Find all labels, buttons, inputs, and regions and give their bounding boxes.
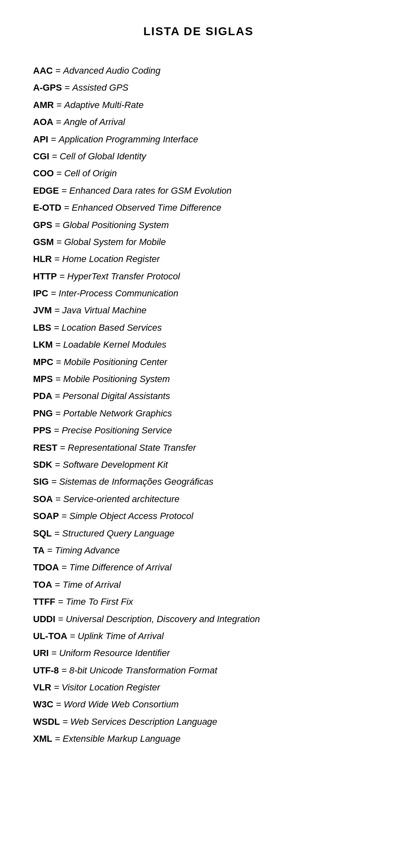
- list-item: GPS = Global Positioning System: [33, 217, 364, 233]
- acronym-definition: Timing Advance: [55, 545, 120, 555]
- acronym-equals: =: [54, 305, 60, 315]
- acronym-abbr: SDK: [33, 459, 52, 470]
- acronym-definition: Advanced Audio Coding: [63, 65, 160, 76]
- acronym-abbr: LKM: [33, 339, 53, 350]
- acronym-definition: Home Location Register: [62, 254, 160, 264]
- list-item: API = Application Programming Interface: [33, 132, 364, 147]
- acronym-equals: =: [55, 579, 60, 590]
- page-title: LISTA DE SIGLAS: [33, 25, 364, 38]
- acronym-definition: Enhanced Observed Time Difference: [72, 202, 222, 213]
- acronym-definition: Time of Arrival: [62, 579, 121, 590]
- acronym-abbr: XML: [33, 733, 52, 744]
- acronym-equals: =: [55, 733, 60, 744]
- list-item: A-GPS = Assisted GPS: [33, 80, 364, 95]
- acronym-equals: =: [61, 665, 67, 676]
- acronym-equals: =: [60, 271, 65, 281]
- acronym-abbr: URI: [33, 648, 49, 658]
- list-item: LBS = Location Based Services: [33, 320, 364, 335]
- acronym-definition: Time Difference of Arrival: [69, 562, 171, 572]
- acronym-definition: Uniform Resource Identifier: [59, 648, 170, 658]
- list-item: JVM = Java Virtual Machine: [33, 303, 364, 318]
- acronym-definition: Adaptive Multi-Rate: [64, 100, 143, 110]
- acronym-definition: Loadable Kernel Modules: [63, 339, 167, 350]
- acronym-abbr: E-OTD: [33, 202, 61, 213]
- list-item: E-OTD = Enhanced Observed Time Differenc…: [33, 200, 364, 215]
- acronym-definition: Precise Positioning Service: [62, 425, 172, 435]
- acronym-definition: Web Services Description Language: [70, 717, 217, 727]
- acronym-definition: Personal Digital Assistants: [63, 391, 170, 401]
- acronym-abbr: AOA: [33, 117, 53, 127]
- acronym-equals: =: [54, 425, 59, 435]
- acronym-definition: Global Positioning System: [63, 220, 169, 230]
- acronym-definition: Global System for Mobile: [64, 237, 166, 247]
- acronym-equals: =: [55, 459, 60, 470]
- acronym-equals: =: [51, 288, 56, 298]
- acronym-definition: Cell of Origin: [64, 168, 117, 178]
- acronym-abbr: SQL: [33, 528, 52, 539]
- list-item: SOAP = Simple Object Access Protocol: [33, 508, 364, 524]
- acronym-abbr: API: [33, 134, 48, 144]
- acronym-equals: =: [51, 648, 57, 658]
- acronym-equals: =: [61, 562, 67, 572]
- acronym-list: AAC = Advanced Audio CodingA-GPS = Assis…: [33, 63, 364, 747]
- acronym-abbr: EDGE: [33, 185, 59, 196]
- acronym-equals: =: [62, 717, 68, 727]
- list-item: IPC = Inter-Process Communication: [33, 286, 364, 301]
- acronym-definition: Uplink Time of Arrival: [78, 631, 164, 641]
- list-item: TA = Timing Advance: [33, 543, 364, 558]
- list-item: W3C = Word Wide Web Consortium: [33, 697, 364, 712]
- acronym-abbr: PDA: [33, 391, 52, 401]
- acronym-definition: Universal Description, Discovery and Int…: [66, 614, 260, 624]
- acronym-abbr: HTTP: [33, 271, 57, 281]
- acronym-abbr: GPS: [33, 220, 52, 230]
- acronym-equals: =: [51, 476, 57, 487]
- acronym-definition: Application Programming Interface: [59, 134, 198, 144]
- list-item: GSM = Global System for Mobile: [33, 234, 364, 250]
- acronym-definition: Assisted GPS: [72, 82, 129, 93]
- list-item: SDK = Software Development Kit: [33, 457, 364, 472]
- list-item: PDA = Personal Digital Assistants: [33, 388, 364, 404]
- list-item: AOA = Angle of Arrival: [33, 114, 364, 130]
- acronym-definition: Structured Query Language: [62, 528, 175, 539]
- acronym-abbr: SOAP: [33, 511, 59, 521]
- acronym-abbr: PPS: [33, 425, 51, 435]
- acronym-equals: =: [54, 682, 59, 692]
- acronym-definition: Java Virtual Machine: [62, 305, 146, 315]
- list-item: SIG = Sistemas de Informações Geográfica…: [33, 474, 364, 489]
- acronym-equals: =: [55, 65, 61, 76]
- list-item: PPS = Precise Positioning Service: [33, 423, 364, 438]
- acronym-equals: =: [55, 391, 60, 401]
- list-item: AAC = Advanced Audio Coding: [33, 63, 364, 78]
- acronym-definition: 8-bit Unicode Transformation Format: [69, 665, 217, 676]
- acronym-equals: =: [52, 151, 57, 161]
- acronym-equals: =: [61, 511, 67, 521]
- acronym-equals: =: [54, 528, 60, 539]
- acronym-abbr: UDDI: [33, 614, 55, 624]
- acronym-definition: Software Development Kit: [63, 459, 168, 470]
- acronym-abbr: SOA: [33, 494, 53, 504]
- acronym-definition: Angle of Arrival: [64, 117, 125, 127]
- list-item: TOA = Time of Arrival: [33, 577, 364, 592]
- acronym-equals: =: [56, 100, 62, 110]
- acronym-definition: HyperText Transfer Protocol: [67, 271, 180, 281]
- list-item: MPC = Mobile Positioning Center: [33, 354, 364, 370]
- acronym-definition: Service-oriented architecture: [63, 494, 179, 504]
- list-item: PNG = Portable Network Graphics: [33, 406, 364, 421]
- acronym-abbr: IPC: [33, 288, 48, 298]
- list-item: EDGE = Enhanced Dara rates for GSM Evolu…: [33, 183, 364, 198]
- acronym-equals: =: [58, 596, 63, 607]
- list-item: SQL = Structured Query Language: [33, 526, 364, 541]
- acronym-equals: =: [51, 134, 56, 144]
- acronym-definition: Extensible Markup Language: [63, 733, 181, 744]
- acronym-equals: =: [64, 202, 69, 213]
- acronym-equals: =: [55, 408, 61, 418]
- acronym-abbr: LBS: [33, 322, 51, 333]
- acronym-abbr: WSDL: [33, 717, 60, 727]
- list-item: LKM = Loadable Kernel Modules: [33, 337, 364, 352]
- acronym-equals: =: [54, 322, 59, 333]
- list-item: MPS = Mobile Positioning System: [33, 371, 364, 387]
- acronym-equals: =: [56, 237, 62, 247]
- acronym-definition: Mobile Positioning Center: [64, 357, 167, 367]
- acronym-definition: Time To First Fix: [66, 596, 133, 607]
- list-item: SOA = Service-oriented architecture: [33, 491, 364, 507]
